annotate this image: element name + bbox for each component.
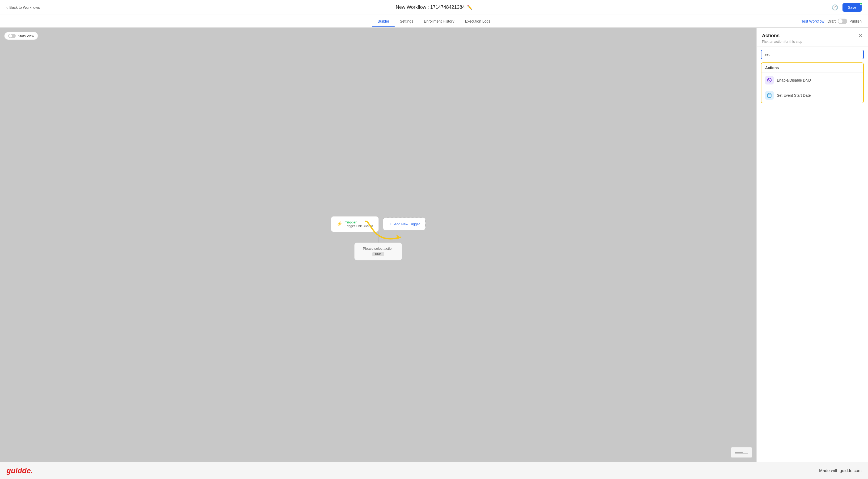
panel-header: Actions Pick an action for this step ✕ (757, 28, 868, 46)
publish-label: Publish (849, 19, 862, 23)
guidde-logo: guidde. (6, 467, 33, 475)
save-button[interactable]: Save (842, 3, 862, 12)
trigger-node[interactable]: ⚡ Trigger Trigger Link Clicked (331, 216, 379, 232)
test-workflow-button[interactable]: Test Workflow (801, 19, 825, 23)
tabs-right: Test Workflow Draft Publish (801, 19, 862, 24)
stats-view-toggle[interactable]: Stats View (4, 32, 38, 40)
action-search-input[interactable] (761, 50, 864, 59)
action-label: Please select action (360, 247, 397, 251)
minimap (731, 447, 752, 458)
minimap-line-1 (735, 451, 748, 451)
stats-toggle-switch[interactable] (8, 34, 16, 38)
trigger-icon: ⚡ (337, 221, 342, 227)
dnd-action-label: Enable/Disable DND (777, 78, 811, 82)
set-event-date-label: Set Event Start Date (777, 93, 811, 97)
workflow-canvas: ⚡ Trigger Trigger Link Clicked ＋ Add New… (331, 216, 426, 260)
minimap-line-3 (735, 453, 748, 454)
action-node[interactable]: Please select action END (354, 243, 402, 260)
back-to-workflows-link[interactable]: ‹ Back to Workflows (6, 5, 40, 10)
minimap-lines (735, 451, 748, 454)
trigger-row: ⚡ Trigger Trigger Link Clicked ＋ Add New… (331, 216, 426, 232)
made-with-text: Made with guidde.com (819, 468, 862, 473)
back-label: Back to Workflows (9, 5, 40, 9)
draft-toggle: Draft Publish (828, 19, 862, 24)
workflow-title-text: New Workflow : 1714748421384 (396, 4, 465, 10)
main-area: Stats View ⚡ Trigger Trigger Link Clicke… (0, 28, 868, 462)
actions-dropdown: Actions Enable/Disable DND (761, 62, 864, 103)
workflow-title: New Workflow : 1714748421384 ✏️ (396, 4, 472, 10)
trigger-sub: Trigger Link Clicked (345, 224, 373, 228)
top-nav: ‹ Back to Workflows New Workflow : 17147… (0, 0, 868, 15)
edit-icon[interactable]: ✏️ (467, 5, 472, 10)
action-item-set-event-date[interactable]: Set Event Start Date (762, 88, 863, 103)
tabs-bar: Builder Settings Enrollment History Exec… (0, 15, 868, 28)
back-arrow-icon: ‹ (6, 5, 8, 10)
close-panel-button[interactable]: ✕ (858, 33, 863, 38)
stats-view-label: Stats View (18, 34, 34, 38)
bottom-bar: guidde. Made with guidde.com (0, 462, 868, 479)
save-dot-indicator (860, 2, 862, 5)
panel-title: Actions (762, 33, 802, 38)
tab-builder[interactable]: Builder (372, 16, 395, 27)
connector-line-1 (378, 232, 378, 243)
tabs-center: Builder Settings Enrollment History Exec… (372, 16, 496, 27)
plus-icon: ＋ (389, 222, 392, 226)
calendar-icon (765, 91, 774, 100)
draft-toggle-switch[interactable] (838, 19, 847, 24)
minimap-line-2 (735, 452, 743, 453)
svg-line-2 (768, 78, 771, 82)
canvas-area: Stats View ⚡ Trigger Trigger Link Clicke… (0, 28, 756, 462)
panel-header-text: Actions Pick an action for this step (762, 33, 802, 43)
dnd-icon (765, 76, 774, 85)
tab-settings[interactable]: Settings (394, 16, 418, 27)
history-icon[interactable]: 🕐 (832, 4, 838, 11)
trigger-label: Trigger (345, 220, 373, 224)
panel-subtitle: Pick an action for this step (762, 40, 802, 43)
add-trigger-label: Add New Trigger (394, 222, 420, 226)
tab-execution-logs[interactable]: Execution Logs (460, 16, 496, 27)
top-nav-right: 🕐 Save (832, 3, 862, 12)
search-container (757, 46, 868, 62)
svg-rect-3 (768, 94, 771, 97)
dropdown-header: Actions (762, 63, 863, 72)
end-badge: END (372, 252, 384, 256)
draft-label: Draft (828, 19, 836, 23)
action-item-dnd[interactable]: Enable/Disable DND (762, 73, 863, 88)
trigger-info: Trigger Trigger Link Clicked (345, 220, 373, 228)
tab-enrollment-history[interactable]: Enrollment History (418, 16, 460, 27)
right-panel: Actions Pick an action for this step ✕ A… (756, 28, 868, 462)
add-trigger-node[interactable]: ＋ Add New Trigger (383, 218, 426, 230)
